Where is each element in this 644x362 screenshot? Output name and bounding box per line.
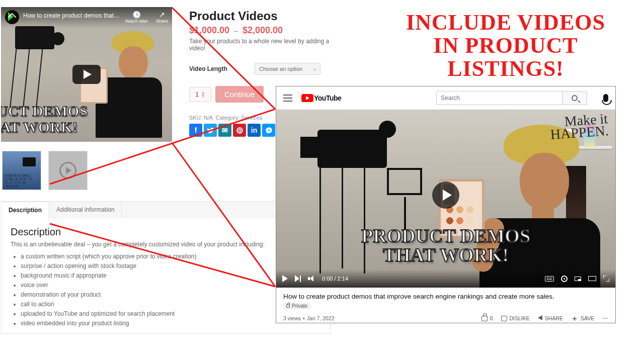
miniplayer-button[interactable] [575,277,581,281]
embed-video-title[interactable]: How to create product demos that… [23,10,125,19]
youtube-logo[interactable]: YouTube [301,94,341,102]
youtube-topbar: YouTube [276,86,615,110]
player-time: 0:00 / 2:14 [322,276,348,282]
video-length-select[interactable]: Choose an option [255,63,320,75]
twitter-share-button[interactable] [204,124,217,137]
play-control[interactable] [282,275,288,282]
facebook-share-button[interactable]: f [189,124,202,137]
youtube-play-icon [301,94,313,102]
price-high: $2,000.00 [243,25,283,35]
dislike-button[interactable]: DISLIKE [501,315,530,321]
view-count: 3 views [283,315,301,321]
play-button[interactable] [72,65,101,84]
fullscreen-button[interactable] [603,276,609,282]
player-controls: 0:00 / 2:14 CC [276,269,615,288]
continue-button[interactable]: Continue [215,86,264,103]
gallery-thumb-video[interactable] [48,151,88,190]
hamburger-menu-icon[interactable] [283,98,292,99]
thumb-up-icon [481,316,488,321]
embedded-video-player[interactable]: How to create product demos that… 🕓 Watc… [1,7,172,142]
youtube-search [436,91,587,105]
gear-icon [561,276,568,282]
thumbnail-overlay-text: UCT DEMOS AT WORK! [1,103,88,135]
next-control[interactable] [295,275,301,282]
product-tagline: Take your products to a whole new level … [189,38,333,52]
video-overlay-text: PRODUCT DEMOS THAT WORK! [361,226,530,264]
watch-later-label: Watch later [125,19,148,24]
tab-description[interactable]: Description [2,201,49,218]
upload-date: Jan 7, 2022 [307,315,335,321]
messenger-icon [265,127,273,134]
theatre-icon [588,276,596,281]
thumb1-overlay-text: CREATE A DEMO VIDEO FOR YOUR PRODUCT OR … [4,174,40,189]
voice-search-icon[interactable] [603,94,608,102]
share-arrow-icon [538,315,542,320]
thumb-down-icon [501,316,507,321]
wall-annotation-text: Make it HAPPEN. [549,113,609,141]
miniplayer-icon [575,277,581,281]
stepper-arrows-icon: ▲▼ [201,91,205,98]
twitter-icon [207,127,214,134]
category-link[interactable]: Services [241,115,262,121]
youtube-wordmark: YouTube [314,94,341,102]
search-icon [572,95,578,101]
youtube-video-title: How to create product demos that improve… [283,293,608,300]
linkedin-share-button[interactable]: in [248,124,261,137]
slide-headline: INCLUDE VIDEOS IN PRODUCT LISTINGS! [382,11,629,81]
gallery-thumb-1[interactable]: CREATE A DEMO VIDEO FOR YOUR PRODUCT OR … [2,151,41,190]
share-button[interactable]: ↗ Share [156,11,168,24]
settings-button[interactable] [561,276,568,282]
description-heading: Description [11,226,321,238]
clock-icon: 🕓 [132,11,141,18]
center-play-button[interactable] [432,182,459,209]
fullscreen-icon [603,276,609,282]
share-icon: ↗ [159,11,165,18]
price-low: $1,000.00 [189,25,229,35]
tab-additional-information[interactable]: Additional information [49,202,122,218]
description-bullet-list: a custom written script (which you appro… [11,253,321,327]
email-share-button[interactable]: ✉ [218,124,231,137]
lock-icon [286,305,290,308]
search-button[interactable] [562,91,587,105]
plus-icon: ＋ [571,316,578,321]
like-button[interactable]: 0 [481,315,493,321]
more-actions-button[interactable]: ··· [602,315,608,321]
quantity-value: 1 [195,90,199,98]
play-circle-icon [59,162,76,179]
messenger-share-button[interactable] [262,124,275,137]
captions-button[interactable]: CC [545,276,554,282]
youtube-browser-window: YouTube Make it HAPPEN. PRODUCT DEMOS TH… [276,86,616,323]
description-intro: This is an unbelievable deal – you get a… [11,241,321,248]
search-input[interactable] [436,91,562,105]
pinterest-icon [236,127,244,134]
privacy-badge: Private [283,303,310,309]
share-label: Share [156,19,168,24]
price-range: $1,000.00 – $2,000.00 [189,25,333,36]
channel-avatar[interactable] [5,10,19,24]
quantity-stepper[interactable]: 1 ▲▼ [189,87,211,102]
variation-label: Video Length [189,65,255,72]
youtube-share-button[interactable]: SHARE [538,315,563,321]
volume-control[interactable] [308,276,315,282]
save-button[interactable]: ＋ SAVE [571,315,594,321]
youtube-video-player[interactable]: Make it HAPPEN. PRODUCT DEMOS THAT WORK!… [276,110,615,288]
pinterest-share-button[interactable] [233,124,246,137]
product-title: Product Videos [189,9,333,23]
watch-later-button[interactable]: 🕓 Watch later [125,11,148,24]
theatre-button[interactable] [588,276,596,281]
